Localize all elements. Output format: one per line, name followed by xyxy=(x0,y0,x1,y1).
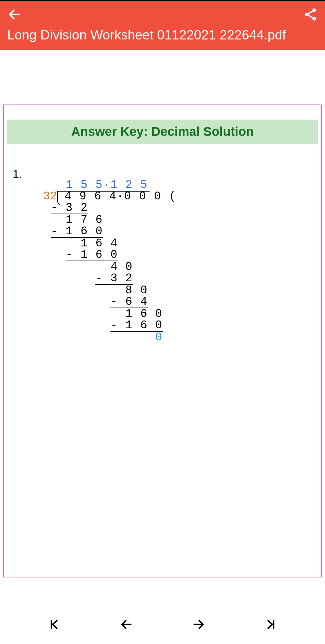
step-row: - 1 6 0 xyxy=(43,248,118,261)
step-row: 1 6 0 xyxy=(43,307,163,320)
step-row: 4 0 xyxy=(43,260,133,273)
quotient: 1 5 5·1 2 5 xyxy=(43,178,148,191)
share-button[interactable] xyxy=(303,7,318,22)
dividend-area: 4 9 6 4·0 0 0 ( xyxy=(57,191,176,202)
step-row: - 3 2 xyxy=(43,272,133,285)
step-row: - 3 2 xyxy=(43,201,88,214)
svg-line-4 xyxy=(308,11,313,14)
divisor: 32 xyxy=(43,190,57,203)
back-button[interactable] xyxy=(7,7,22,22)
first-page-button[interactable] xyxy=(45,615,63,633)
dividend: 4 9 6 4·0 0 0 xyxy=(64,190,161,203)
step-row: 1 7 6 xyxy=(43,213,103,226)
step-row: 1 6 4 xyxy=(43,237,118,250)
svg-point-2 xyxy=(305,13,309,16)
app-header: Long Division Worksheet 01122021 222644.… xyxy=(0,1,325,50)
arrow-left-icon xyxy=(120,618,133,631)
answer-key-banner: Answer Key: Decimal Solution xyxy=(7,120,318,144)
svg-point-1 xyxy=(312,8,316,12)
header-toolbar xyxy=(7,7,318,22)
next-page-button[interactable] xyxy=(190,615,208,633)
open-paren: ( xyxy=(169,190,176,203)
arrow-right-icon xyxy=(192,618,205,631)
step-row: - 1 6 0 xyxy=(43,319,163,332)
prev-page-button[interactable] xyxy=(117,615,135,633)
document-viewport[interactable]: Answer Key: Decimal Solution 1. 1 5 5·1 … xyxy=(0,50,325,605)
step-row: - 1 6 0 xyxy=(43,225,103,238)
long-division-work: 1 5 5·1 2 5 32 4 9 6 4·0 0 0 ( - 3 2 1 7… xyxy=(43,168,177,355)
share-icon xyxy=(303,7,318,22)
last-page-icon xyxy=(264,618,277,631)
problem-number: 1. xyxy=(13,168,22,181)
first-page-icon xyxy=(48,618,61,631)
arrow-left-icon xyxy=(7,7,22,22)
svg-point-3 xyxy=(312,17,316,20)
step-row: - 6 4 xyxy=(43,295,148,308)
svg-line-5 xyxy=(308,15,313,18)
page-frame: Answer Key: Decimal Solution 1. 1 5 5·1 … xyxy=(3,105,322,577)
last-page-button[interactable] xyxy=(262,615,280,633)
remainder: 0 xyxy=(43,331,163,344)
page-navigation xyxy=(0,605,325,644)
long-division-problem: 1. 1 5 5·1 2 5 32 4 9 6 4·0 0 0 ( - 3 2 … xyxy=(13,168,321,355)
step-row: 8 0 xyxy=(43,284,148,297)
document-title: Long Division Worksheet 01122021 222644.… xyxy=(7,27,318,43)
banner-text: Answer Key: Decimal Solution xyxy=(71,124,254,139)
